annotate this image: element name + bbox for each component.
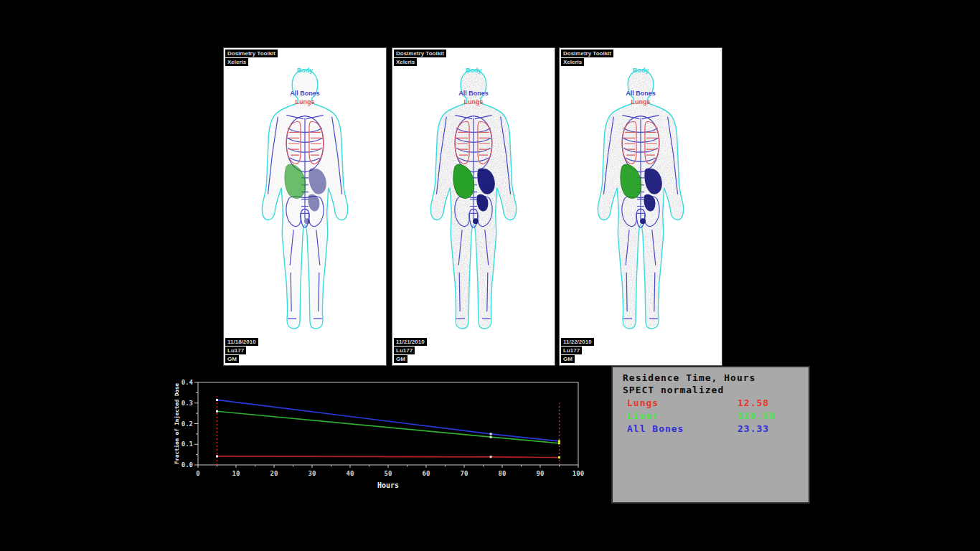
series-lungs bbox=[217, 456, 560, 458]
body-label: Body bbox=[560, 67, 722, 74]
app-title-chip: Dosimetry Toolkit bbox=[225, 50, 278, 57]
x-tick-label: 30 bbox=[308, 470, 316, 477]
x-tick-label: 0 bbox=[196, 470, 199, 477]
isotope-label: Lu177 bbox=[225, 347, 246, 354]
y-tick-label: 0.0 bbox=[182, 461, 193, 468]
series-liver bbox=[217, 411, 560, 443]
x-tick-label: 60 bbox=[423, 470, 430, 477]
data-point-marker[interactable] bbox=[558, 440, 560, 442]
row-label: Lungs bbox=[627, 397, 738, 408]
workstation-chip: Xeleris bbox=[225, 58, 248, 66]
series-all-bones bbox=[217, 400, 560, 441]
lungs-label: Lungs bbox=[224, 98, 386, 105]
dose-chart-svg: 01020304050607080901000.00.10.20.30.4Hou… bbox=[172, 373, 592, 496]
scan-panel-2[interactable]: Dosimetry Toolkit Xeleris Body All Bones… bbox=[392, 47, 555, 366]
y-tick-label: 0.3 bbox=[182, 400, 193, 407]
x-tick-label: 90 bbox=[537, 470, 545, 477]
data-point-marker[interactable] bbox=[490, 456, 492, 458]
body-label: Body bbox=[392, 67, 555, 74]
row-value: 12.58 bbox=[738, 397, 798, 408]
body-label: Body bbox=[224, 67, 386, 74]
data-point-marker[interactable] bbox=[558, 456, 560, 458]
scan-date: 11/21/2010 bbox=[394, 338, 427, 346]
lungs-label: Lungs bbox=[560, 98, 722, 105]
y-axis-label: Fraction of Injected Dose bbox=[174, 383, 180, 464]
x-tick-label: 10 bbox=[232, 470, 240, 477]
data-point-marker[interactable] bbox=[216, 399, 218, 401]
residence-title: Residence Time, Hours bbox=[613, 367, 809, 383]
plot-frame bbox=[198, 382, 578, 465]
residence-time-panel: Residence Time, Hours SPECT normalized L… bbox=[611, 366, 810, 504]
all-bones-label: All Bones bbox=[224, 90, 386, 97]
y-tick-label: 0.4 bbox=[182, 379, 194, 386]
detector-label: GM bbox=[225, 355, 239, 363]
detector-label: GM bbox=[394, 355, 407, 363]
time-activity-chart[interactable]: 01020304050607080901000.00.10.20.30.4Hou… bbox=[172, 373, 592, 496]
residence-row-lungs: Lungs 12.58 bbox=[613, 395, 809, 408]
application-background: Dosimetry Toolkit Xeleris Body All Bones… bbox=[0, 0, 980, 551]
workstation-chip: Xeleris bbox=[394, 58, 417, 66]
x-tick-label: 100 bbox=[573, 470, 584, 477]
isotope-label: Lu177 bbox=[561, 347, 582, 354]
row-value: 320.58 bbox=[738, 410, 798, 421]
scan-date: 11/22/2010 bbox=[561, 338, 594, 346]
data-point-marker[interactable] bbox=[558, 442, 560, 444]
x-tick-label: 70 bbox=[461, 470, 468, 477]
row-label: Liver bbox=[627, 410, 738, 421]
data-point-marker[interactable] bbox=[490, 433, 492, 435]
scan-1-footer: 11/18/2010 Lu177 GM bbox=[225, 338, 258, 363]
data-point-marker[interactable] bbox=[216, 410, 218, 413]
data-point-marker[interactable] bbox=[490, 436, 492, 438]
data-point-marker[interactable] bbox=[216, 455, 218, 457]
row-label: All Bones bbox=[627, 423, 738, 434]
isotope-label: Lu177 bbox=[394, 347, 415, 354]
x-tick-label: 50 bbox=[385, 470, 392, 477]
row-value: 23.33 bbox=[738, 423, 798, 434]
detector-label: GM bbox=[561, 355, 575, 363]
app-title-chip: Dosimetry Toolkit bbox=[394, 50, 446, 57]
scan-panel-3[interactable]: Dosimetry Toolkit Xeleris Body All Bones… bbox=[559, 47, 722, 366]
workstation-chip: Xeleris bbox=[561, 58, 584, 66]
app-title-chip: Dosimetry Toolkit bbox=[561, 50, 613, 57]
x-tick-label: 20 bbox=[270, 470, 278, 477]
scan-1-header: Dosimetry Toolkit Xeleris bbox=[225, 50, 278, 66]
x-tick-label: 80 bbox=[499, 470, 507, 477]
x-tick-label: 40 bbox=[347, 470, 354, 477]
x-axis-label: Hours bbox=[377, 481, 399, 489]
y-tick-label: 0.1 bbox=[182, 441, 193, 448]
scan-3-footer: 11/22/2010 Lu177 GM bbox=[561, 338, 594, 363]
lungs-label: Lungs bbox=[392, 98, 555, 105]
residence-subtitle: SPECT normalized bbox=[613, 383, 809, 395]
all-bones-label: All Bones bbox=[560, 90, 722, 97]
scan-panel-1[interactable]: Dosimetry Toolkit Xeleris Body All Bones… bbox=[223, 47, 387, 366]
scan-3-header: Dosimetry Toolkit Xeleris bbox=[561, 50, 613, 66]
y-tick-label: 0.2 bbox=[182, 420, 193, 428]
residence-row-liver: Liver 320.58 bbox=[613, 408, 809, 421]
residence-row-all-bones: All Bones 23.33 bbox=[613, 421, 809, 434]
all-bones-label: All Bones bbox=[392, 90, 555, 97]
scan-date: 11/18/2010 bbox=[225, 338, 258, 346]
scan-2-footer: 11/21/2010 Lu177 GM bbox=[394, 338, 427, 363]
scan-2-header: Dosimetry Toolkit Xeleris bbox=[394, 50, 446, 66]
